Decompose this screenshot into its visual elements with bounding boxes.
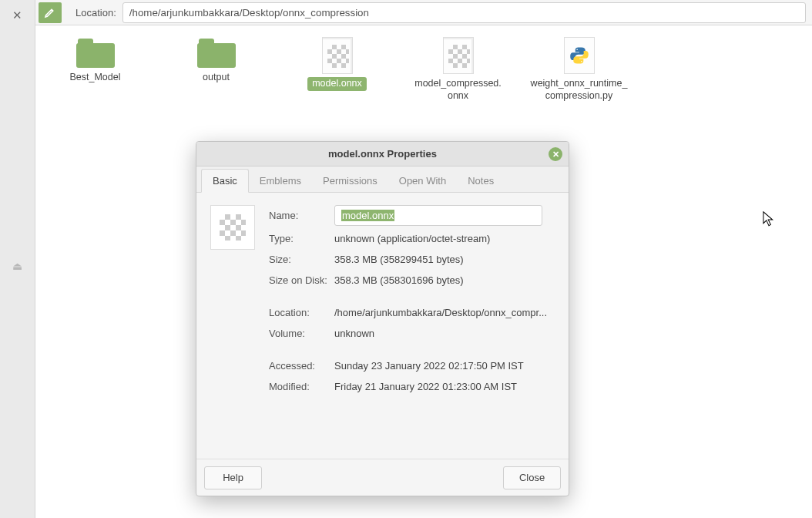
accessed-label: Accessed: (269, 360, 334, 372)
python-logo-icon (569, 45, 589, 66)
type-label: Type: (269, 233, 334, 244)
toolbar: Location: (35, 0, 812, 25)
name-value: model.onnx (341, 210, 394, 221)
file-best-model[interactable]: Best_Model (51, 37, 139, 85)
help-button[interactable]: Help (204, 466, 262, 489)
file-model-onnx[interactable]: model.onnx (293, 37, 381, 91)
icon-view: Best_Model output model.onnx model_compr… (35, 25, 812, 103)
location-value: /home/arjunkumbakkara/Desktop/onnx_compr… (334, 307, 547, 318)
tab-open-with[interactable]: Open With (388, 170, 457, 192)
location-label: Location: (75, 7, 116, 18)
modified-label: Modified: (269, 381, 334, 392)
accessed-value: Sunday 23 January 2022 02:17:50 PM IST (334, 360, 524, 372)
file-label: Best_Model (65, 71, 125, 85)
size-on-disk-value: 358.3 MB (358301696 bytes) (334, 274, 464, 286)
name-input[interactable]: model.onnx (334, 205, 542, 226)
file-output[interactable]: output (172, 37, 260, 85)
close-button[interactable]: Close (503, 466, 561, 489)
modified-value: Friday 21 January 2022 01:23:00 AM IST (334, 381, 517, 392)
location-input[interactable] (122, 2, 806, 23)
folder-icon (76, 37, 115, 68)
volume-label: Volume: (269, 328, 334, 339)
unknown-file-icon (322, 37, 353, 74)
file-label: output (198, 71, 234, 85)
size-label: Size: (269, 254, 334, 265)
file-compression-py[interactable]: weight_onnx_runtime_ compression.py (535, 37, 623, 103)
dialog-buttons: Help Close (196, 459, 569, 496)
dialog-tabs: Basic Emblems Permissions Open With Note… (196, 166, 569, 193)
type-value: unknown (application/octet-stream) (334, 233, 490, 244)
dialog-close-button[interactable]: ✕ (549, 147, 562, 161)
size-value: 358.3 MB (358299451 bytes) (334, 254, 464, 265)
tab-close-icon[interactable]: ✕ (10, 8, 25, 23)
file-label: model_compressed. onnx (410, 77, 506, 103)
file-model-compressed-onnx[interactable]: model_compressed. onnx (414, 37, 502, 103)
folder-icon (197, 37, 236, 68)
side-rail: ✕ ⏏ (0, 0, 35, 518)
edit-path-button[interactable] (39, 2, 62, 23)
location-label: Location: (269, 307, 334, 318)
eject-icon[interactable]: ⏏ (12, 260, 22, 272)
dialog-title: model.onnx Properties (328, 148, 437, 160)
tab-emblems[interactable]: Emblems (249, 170, 312, 192)
dialog-body: Name: model.onnx Type: unknown (applicat… (196, 193, 569, 459)
tab-basic[interactable]: Basic (201, 169, 249, 193)
file-label: weight_onnx_runtime_ compression.py (526, 77, 632, 103)
name-label: Name: (269, 210, 334, 221)
file-label: model.onnx (307, 77, 367, 91)
file-thumbnail[interactable] (210, 205, 255, 250)
dialog-titlebar[interactable]: model.onnx Properties ✕ (196, 142, 569, 166)
close-icon: ✕ (552, 150, 559, 160)
properties-dialog: model.onnx Properties ✕ Basic Emblems Pe… (196, 141, 569, 496)
volume-value: unknown (334, 328, 374, 339)
pencil-icon (44, 6, 56, 18)
tab-notes[interactable]: Notes (457, 170, 505, 192)
tab-permissions[interactable]: Permissions (312, 170, 388, 192)
checker-icon (220, 214, 246, 240)
unknown-file-icon (443, 37, 474, 74)
size-on-disk-label: Size on Disk: (269, 274, 334, 286)
python-file-icon (564, 37, 595, 74)
properties-grid: Name: model.onnx Type: unknown (applicat… (269, 205, 555, 451)
